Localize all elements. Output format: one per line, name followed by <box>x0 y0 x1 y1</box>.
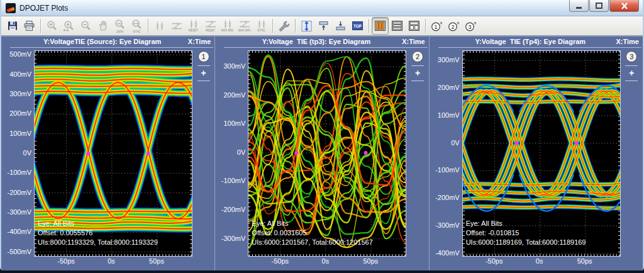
plot-header: Y:Voltage TIE (Tp4): Eye DiagramX:Time <box>438 38 641 48</box>
y-tick-label: 0V <box>451 139 459 147</box>
plot-stats: Eye: All BitsOffset: -0.010815UIs:6000:1… <box>466 219 586 247</box>
zoom-out-button[interactable] <box>77 17 94 35</box>
reset-vertical-cursors-button[interactable]: RESET <box>185 17 202 35</box>
svg-text:3: 3 <box>468 23 471 30</box>
zoom-in-button[interactable] <box>43 17 60 35</box>
eye-diagram-plot-2[interactable]: Eye: All BitsOffset: 0.0031605UIs:6000:1… <box>248 50 406 257</box>
toolbar: 100100%SYNSYNCRESETRESETMAX MINMAX MINSY… <box>1 16 643 36</box>
maximize-button[interactable] <box>589 0 609 12</box>
y-tick-label: 300mV <box>223 62 245 70</box>
add-plot-2-icon: 2+ <box>447 20 461 32</box>
zoom-100-icon: 100 <box>114 19 126 30</box>
fit-vertical-button[interactable] <box>298 17 315 35</box>
add-plot-2-button[interactable]: 2+ <box>445 17 462 35</box>
fit-vertical-icon <box>301 20 313 32</box>
y-tick-label: -300mV <box>435 221 460 229</box>
toolbar-separator <box>40 19 41 33</box>
zoom-horizontal-button[interactable] <box>60 17 77 35</box>
print-icon <box>23 20 35 31</box>
align-top-button[interactable] <box>315 17 332 35</box>
toolbar-separator <box>369 19 369 33</box>
horizontal-cursors-button[interactable] <box>168 17 185 35</box>
minimize-button[interactable] <box>569 0 589 12</box>
toolbar-button-sublabel: RESET <box>206 29 215 32</box>
y-tick-label: -200mV <box>7 189 31 196</box>
plot-number-badge[interactable]: 1 <box>198 51 209 62</box>
print-button[interactable] <box>21 17 38 35</box>
horizontal-cursors-maxmin-button[interactable]: MAX MIN <box>236 17 253 35</box>
svg-text:+: + <box>440 20 443 26</box>
y-tick-label: 300mV <box>9 90 31 98</box>
y-tick-label: 400mV <box>9 70 31 78</box>
vertical-cursors-maxmin-button[interactable]: MAX MIN <box>219 17 236 35</box>
plot-side-controls: 1+ <box>192 50 214 257</box>
layout-rows-icon <box>391 20 403 31</box>
top-button[interactable]: TOP <box>349 17 366 35</box>
plot-header: Y:VoltageTIE (Source): Eye DiagramX:Time <box>10 38 213 48</box>
layout-rows-button[interactable] <box>389 17 406 35</box>
align-bottom-button[interactable] <box>332 17 349 35</box>
add-plot-3-button[interactable]: 3+ <box>462 17 479 35</box>
vertical-cursors-button[interactable] <box>151 17 168 35</box>
close-button[interactable] <box>609 0 639 12</box>
plot-stat-line: Offset: 0.0055576 <box>38 228 158 238</box>
plot-stat-line: UIs:8000:1193329, Total:8000:1193329 <box>38 238 158 247</box>
title-bar[interactable]: DPOJET Plots <box>1 0 643 16</box>
settings-button[interactable] <box>275 17 292 35</box>
minimize-icon <box>576 3 582 9</box>
y-tick-label: -400mV <box>7 228 31 235</box>
y-tick-label: -200mV <box>221 206 246 213</box>
zoom-sync-button[interactable]: SYNSYNC <box>128 17 145 35</box>
add-plot-button[interactable]: + <box>629 69 634 77</box>
vertical-cursors-maxmin-icon <box>221 20 234 29</box>
divider <box>625 65 638 66</box>
add-plot-button[interactable]: + <box>415 69 420 77</box>
align-top-icon <box>318 20 330 31</box>
toolbar-separator <box>148 19 148 33</box>
horizontal-cursors-icon <box>170 21 183 31</box>
x-tick-label: -50ps <box>57 257 75 265</box>
x-tick-label: 0s <box>536 257 543 265</box>
reset-horizontal-cursors-button[interactable]: RESET <box>202 17 219 35</box>
plot-number-badge[interactable]: 3 <box>626 51 637 62</box>
plot-stat-line: Offset: 0.0031605 <box>252 228 372 238</box>
svg-text:2: 2 <box>451 23 454 30</box>
divider <box>625 81 638 81</box>
zoom-100-button[interactable]: 100100% <box>111 17 128 35</box>
y-tick-label: 100mV <box>9 130 31 137</box>
toolbar-button-sublabel: 100% <box>116 30 124 33</box>
cursors-sync-button[interactable]: SYNC <box>253 17 270 35</box>
add-plot-1-button[interactable]: 1+ <box>428 17 445 35</box>
plot-side-controls: 2+ <box>406 50 428 257</box>
plot-stat-line: Eye: All Bits <box>466 219 586 228</box>
x-tick-label: -50ps <box>272 257 289 265</box>
y-tick-label: 200mV <box>223 91 245 99</box>
plot-y-title: Y:VoltageTIE (Source): Eye Diagram <box>19 38 186 45</box>
eye-diagram-plot-3[interactable]: Eye: All BitsOffset: -0.010815UIs:6000:1… <box>462 50 621 257</box>
layout-mixed-button[interactable] <box>406 17 423 35</box>
y-tick-label: 200mV <box>9 109 31 117</box>
x-axis-labels: -50ps0s50ps <box>34 257 192 267</box>
pan-button[interactable] <box>94 17 111 35</box>
layout-columns-button[interactable] <box>372 17 389 35</box>
plot-header: Y:Voltage TIE (tp3): Eye DiagramX:Time <box>224 38 427 48</box>
zoom-out-icon <box>80 20 92 31</box>
y-tick-label: 500mV <box>9 50 31 58</box>
y-tick-label: 0V <box>237 148 245 156</box>
divider <box>411 81 424 81</box>
x-tick-label: 50ps <box>363 257 378 265</box>
add-plot-button[interactable]: + <box>201 69 206 77</box>
add-plot-3-icon: 3+ <box>464 20 478 32</box>
window-title: DPOJET Plots <box>19 4 68 13</box>
close-icon <box>621 3 628 9</box>
plot-stat-line: UIs:6000:1189169, Total:6000:1189169 <box>466 238 586 247</box>
save-button[interactable] <box>4 17 21 35</box>
horizontal-cursors-maxmin-icon <box>238 20 251 29</box>
eye-diagram-plot-1[interactable]: Eye: All BitsOffset: 0.0055576UIs:8000:1… <box>34 50 192 257</box>
plot-stat-line: UIs:6000:1201567, Total:6000:1201567 <box>252 238 372 247</box>
y-tick-label: 100mV <box>223 120 245 127</box>
app-icon[interactable] <box>6 3 16 13</box>
plot-side-controls: 3+ <box>621 50 643 257</box>
plot-number-badge[interactable]: 2 <box>412 51 423 62</box>
plot-panel-1: Y:VoltageTIE (Source): Eye DiagramX:Time… <box>1 36 214 270</box>
